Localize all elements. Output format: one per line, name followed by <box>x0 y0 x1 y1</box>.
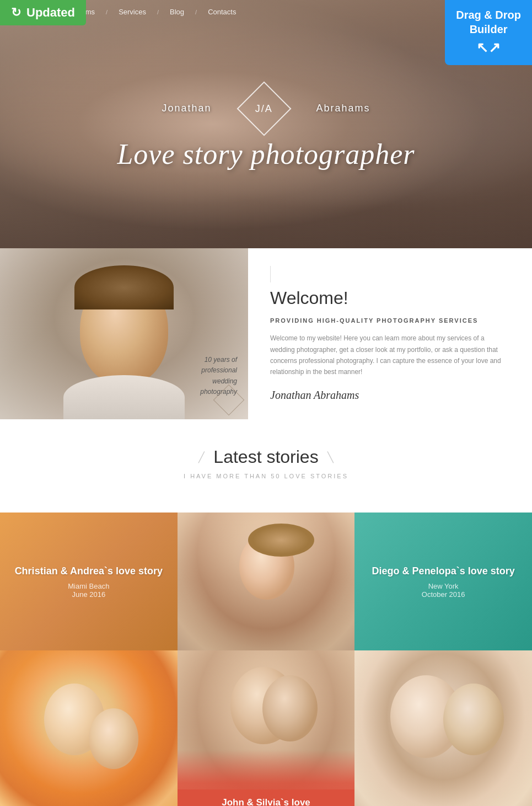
stories-divider-right: ╲ <box>327 451 334 463</box>
story-card-bottom-right[interactable] <box>354 650 532 806</box>
nav-phone: ☏ 1 800 123 1234 <box>455 8 515 16</box>
story-title-1: Christian & Andrea`s love story <box>15 564 163 578</box>
stories-title: Latest stories <box>213 447 318 467</box>
hair-1 <box>248 524 314 557</box>
stories-section: ╱ Latest stories ╲ I HAVE MORE THAN 50 L… <box>0 419 532 513</box>
nav-sep-4: / <box>195 9 197 15</box>
story-date-3: October 2016 <box>422 590 465 599</box>
nav-contacts[interactable]: Contacts <box>208 8 236 16</box>
story-title-3: Diego & Penelopa`s love story <box>372 564 515 578</box>
welcome-body: Welcome to my website! Here you can lear… <box>270 333 510 378</box>
photo-text-l2: professional <box>201 366 237 374</box>
welcome-signature: Jonathan Abrahams <box>270 389 510 402</box>
nav-albums[interactable]: Albums <box>71 8 95 16</box>
nav-sep-2: / <box>106 9 108 15</box>
story-location-3: New York <box>428 582 459 590</box>
monogram-initials: J/A <box>255 103 273 114</box>
story-card-christian-andrea[interactable]: Christian & Andrea`s love story Miami Be… <box>0 513 178 650</box>
nav-services[interactable]: Services <box>119 8 146 16</box>
nav-blog[interactable]: Blog <box>170 8 184 16</box>
monogram-area: Jonathan J/A Abrahams <box>162 89 370 128</box>
nav-sep-1: / <box>58 9 60 15</box>
hero-title: Love story photographer <box>117 138 415 170</box>
story-card-diego-penelopa[interactable]: Diego & Penelopa`s love story New York O… <box>354 513 532 650</box>
story-card-bottom-left[interactable] <box>0 650 178 806</box>
welcome-subtitle: PROVIDING HIGH-QUALITY PHOTOGRAPHY SERVI… <box>270 317 510 324</box>
stories-subtitle: I HAVE MORE THAN 50 LOVE STORIES <box>0 473 532 479</box>
monogram-diamond: J/A <box>237 81 291 136</box>
nav-sep-3: / <box>157 9 159 15</box>
story-card-middle-photo[interactable] <box>178 513 355 650</box>
hero-name-left: Jonathan <box>162 103 211 114</box>
welcome-section: 10 years of professional wedding photogr… <box>0 248 532 419</box>
welcome-content: Welcome! PROVIDING HIGH-QUALITY PHOTOGRA… <box>248 248 532 419</box>
navigation: About me / Albums / Services / Blog / Co… <box>0 0 532 24</box>
hero-section: About me / Albums / Services / Blog / Co… <box>0 0 532 248</box>
welcome-title: Welcome! <box>270 288 510 308</box>
deco-line-1 <box>270 266 271 282</box>
stories-divider-left: ╱ <box>198 451 205 463</box>
john-silvia-label: John & Silvia`s love <box>178 789 355 806</box>
face-js-2 <box>262 675 318 741</box>
story-card-john-silvia[interactable]: John & Silvia`s love <box>178 650 355 806</box>
photographer-body <box>63 375 185 419</box>
face-bl-2 <box>89 708 138 769</box>
story-title-5: John & Silvia`s love <box>185 797 347 806</box>
story-overlay-1: Christian & Andrea`s love story Miami Be… <box>0 513 178 650</box>
hero-name-right: Abrahams <box>316 103 370 114</box>
story-date-1: June 2016 <box>72 590 105 599</box>
stories-title-row: ╱ Latest stories ╲ <box>0 447 532 467</box>
face-br-2 <box>443 684 504 755</box>
welcome-photo: 10 years of professional wedding photogr… <box>0 248 248 419</box>
photo-text-l1: 10 years of <box>205 356 237 364</box>
nav-about[interactable]: About me <box>17 8 47 16</box>
photographer-hair <box>74 265 174 309</box>
story-location-1: Miami Beach <box>68 582 109 590</box>
stories-grid: Christian & Andrea`s love story Miami Be… <box>0 513 532 806</box>
photo-text-l3: wedding <box>212 377 237 385</box>
story-overlay-3: Diego & Penelopa`s love story New York O… <box>354 513 532 650</box>
